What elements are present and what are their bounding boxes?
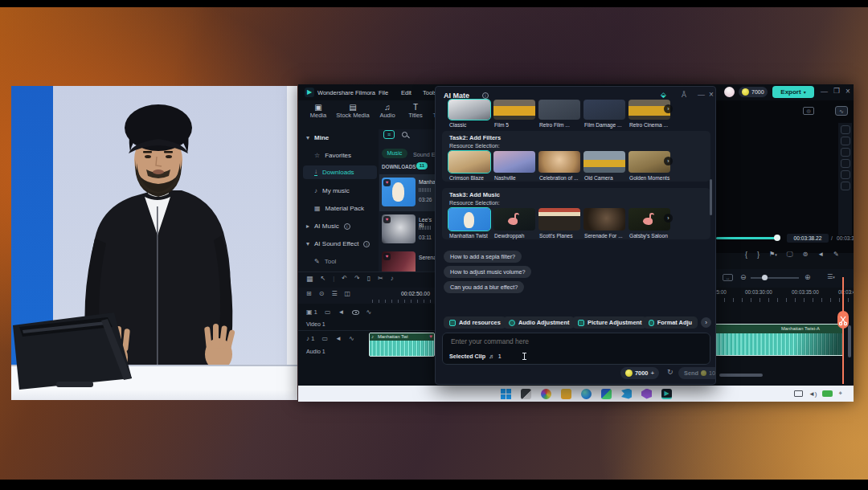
marker-slot[interactable] (841, 148, 850, 157)
actions-scroll-chevron[interactable]: › (701, 317, 711, 328)
info-icon[interactable]: i (482, 92, 489, 99)
sidebar-item-ai-sound-effect[interactable]: ▾ AI Sound Effect i (306, 240, 370, 247)
filter-thumb-crimson-blaze[interactable] (448, 151, 490, 173)
redo-icon[interactable]: ↷ (354, 276, 360, 282)
command-input[interactable] (449, 337, 650, 346)
suggestion-chip[interactable]: How to adjust music volume? (444, 266, 531, 278)
mark-in-icon[interactable]: { (745, 251, 747, 258)
avatar[interactable] (724, 87, 735, 97)
render-preview-icon[interactable]: ◎ (803, 107, 814, 115)
zoom-out-icon[interactable]: ⊖ (740, 273, 747, 281)
filter-thumb-nashville[interactable] (493, 151, 535, 173)
split-scissors-icon[interactable]: ✂ (378, 276, 383, 282)
dialog-minimize[interactable]: — (698, 91, 705, 99)
track-manager-icon[interactable]: ☰ (331, 291, 337, 297)
music-thumb-manhattan-twist[interactable] (448, 208, 490, 231)
speaker-icon[interactable]: ◄ (817, 251, 824, 258)
downloads-group-label[interactable]: DOWNLOADS (382, 164, 416, 169)
filter-thumb-film5[interactable] (493, 100, 535, 120)
zoom-slider-track[interactable] (751, 277, 799, 279)
current-timecode[interactable]: 00:03:38.22 (787, 234, 829, 243)
playhead-trim-badge[interactable] (837, 311, 849, 329)
tab-sound-effect[interactable]: Sound E (413, 151, 436, 158)
music-thumb-scotts-planes[interactable] (538, 208, 580, 231)
sidebar-item-favorites[interactable]: ☆ Favorites (314, 152, 351, 159)
photos-app-icon[interactable] (541, 389, 551, 399)
zoom-in-icon[interactable]: ⊕ (805, 273, 811, 281)
minimize-button[interactable]: — (821, 88, 828, 96)
credits-pill[interactable]: 7000 (739, 87, 768, 97)
command-input-box[interactable]: Selected Clip ♬ 1 (442, 333, 710, 365)
tab-music[interactable]: Music (382, 149, 407, 158)
task-view-icon[interactable] (521, 389, 531, 399)
suggestion-chip[interactable]: How to add a sepia filter? (444, 251, 522, 263)
tab-titles[interactable]: T Titles (403, 104, 428, 119)
select-tool-icon[interactable]: ↖ (321, 276, 326, 282)
mark-out-icon[interactable]: } (757, 251, 760, 258)
music-item-selected[interactable]: ♥ Manhat 03:26 (379, 174, 435, 211)
magnet-icon[interactable]: ∿ (366, 309, 372, 316)
audio-clip-right[interactable]: Manhattan Twist-A (710, 324, 844, 356)
fullscreen-icon[interactable]: 🖵 (787, 251, 793, 258)
music-item[interactable]: ♥ Lee's Bl 03:11 (379, 213, 435, 248)
delete-icon[interactable]: ▯ (367, 276, 371, 282)
marker-slot[interactable] (841, 137, 850, 145)
filter-thumb-film-damage[interactable] (583, 100, 625, 120)
marker-slot[interactable] (841, 182, 850, 190)
row-scroll-chevron[interactable]: › (664, 214, 673, 223)
seek-handle[interactable] (774, 235, 780, 241)
track-height-icon[interactable]: ☰▾ (827, 273, 835, 280)
row-scroll-chevron[interactable]: › (664, 157, 673, 165)
playhead-line[interactable] (842, 277, 844, 384)
lock-icon[interactable]: ▭ (321, 336, 328, 342)
music-thumb-dewdroppah[interactable] (493, 208, 535, 231)
zoom-slider-handle[interactable] (762, 275, 768, 280)
action-picture-adjustment[interactable]: Picture Adjustment (572, 316, 647, 329)
sidebar-item-my-music[interactable]: ♪ My music (314, 187, 350, 194)
mask-icon[interactable]: ◫ (345, 291, 351, 297)
search-icon[interactable] (402, 132, 407, 137)
tray-battery-icon[interactable] (822, 390, 833, 397)
list-view-icon[interactable]: ≡ (383, 130, 395, 139)
send-button[interactable]: Send 10 (678, 367, 716, 379)
pin-icon[interactable]: ⬙ (661, 91, 666, 99)
detach-audio-icon[interactable]: ♪ (391, 276, 394, 282)
refresh-icon[interactable]: ↻ (667, 368, 674, 376)
vscode-icon[interactable] (621, 389, 632, 399)
export-button[interactable]: Export ▾ (772, 86, 814, 98)
filter-thumb-retro-film[interactable] (538, 100, 580, 120)
lab-beta-icon[interactable]: Å (682, 91, 686, 99)
edge-browser-icon[interactable] (581, 389, 592, 399)
snapshot-camera-icon[interactable]: ⊚ (802, 251, 808, 258)
grid-tool-icon[interactable]: ▦ (306, 276, 313, 282)
mute-icon[interactable]: ◄ (338, 309, 345, 316)
undo-icon[interactable]: ↶ (342, 276, 347, 282)
add-credits-plus[interactable]: + (650, 370, 654, 377)
horizontal-scrollbar[interactable] (719, 374, 763, 377)
action-add-resources[interactable]: Add resources (444, 316, 506, 329)
sidebar-item-downloads[interactable]: ↓ Downloads (314, 169, 354, 176)
dialog-scrollbar[interactable] (710, 179, 712, 215)
audio-clip-left[interactable]: Manhattan Twi ♪ ♥ (369, 333, 435, 357)
tab-stock-media[interactable]: ▤ Stock Media (334, 104, 372, 119)
lock-icon[interactable]: ▭ (325, 309, 331, 316)
start-button-icon[interactable] (501, 389, 511, 399)
marker-slot[interactable] (841, 170, 850, 179)
music-thumb-serenade[interactable] (583, 208, 625, 231)
filter-thumb-classic[interactable] (448, 100, 490, 120)
close-button[interactable]: × (845, 87, 850, 96)
store-app-icon[interactable] (601, 389, 612, 399)
credits-pill[interactable]: 7000 + (620, 367, 659, 379)
action-format-adjustment[interactable]: Format Adju (643, 316, 698, 329)
record-voiceover-icon[interactable]: ⊙ (319, 291, 325, 297)
menu-edit[interactable]: Edit (401, 89, 411, 96)
tray-pin-icon[interactable]: ⌖ (838, 390, 842, 398)
sidebar-item-tool[interactable]: ✎ Tool (314, 258, 336, 265)
vertical-scrollbar[interactable] (848, 325, 851, 357)
audio-meter-icon[interactable]: ∿ (835, 106, 848, 116)
file-explorer-icon[interactable] (561, 389, 571, 399)
marker-slot[interactable] (841, 125, 850, 134)
marker-slot[interactable] (841, 159, 850, 168)
sidebar-item-material-pack[interactable]: ▦ Material Pack (314, 205, 364, 212)
music-item[interactable]: ♥ Serenad (379, 250, 435, 272)
